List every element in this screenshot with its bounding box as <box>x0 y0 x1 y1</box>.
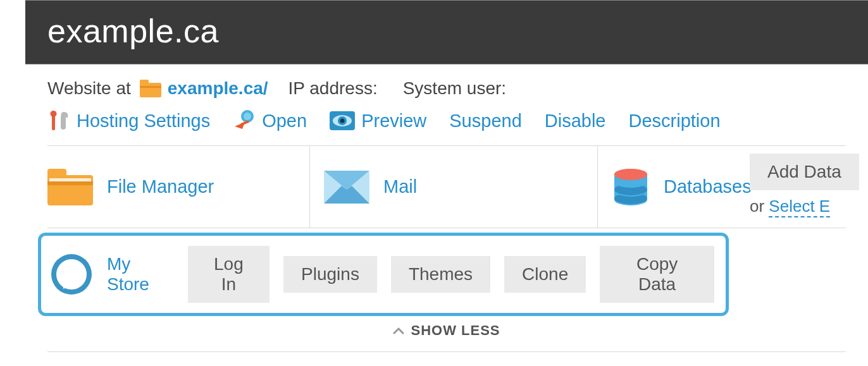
header-bar: example.ca <box>25 0 868 64</box>
website-info-row: Website at example.ca/ IP address: Syste… <box>25 64 868 106</box>
description-label: Description <box>629 111 721 131</box>
wp-login-button[interactable]: Log In <box>188 246 270 303</box>
mail-label: Mail <box>383 176 417 197</box>
wrench-icon <box>47 111 70 131</box>
open-label: Open <box>262 111 307 131</box>
page-title: example.ca <box>47 12 846 50</box>
hosting-settings-label: Hosting Settings <box>77 111 210 131</box>
website-link[interactable]: example.ca/ <box>168 78 268 99</box>
suspend-link[interactable]: Suspend <box>449 111 522 131</box>
svg-point-6 <box>244 113 251 120</box>
or-label: or <box>750 197 764 216</box>
mail-icon <box>324 171 369 204</box>
wordpress-icon <box>50 253 93 296</box>
show-less-row: SHOW LESS <box>47 316 846 352</box>
open-icon <box>233 110 256 131</box>
svg-rect-2 <box>140 86 161 88</box>
disable-label: Disable <box>545 111 606 131</box>
preview-link[interactable]: Preview <box>330 111 426 131</box>
file-manager-tile[interactable]: File Manager <box>47 146 310 228</box>
eye-icon <box>330 111 355 130</box>
svg-rect-1 <box>140 80 149 86</box>
hosting-settings-link[interactable]: Hosting Settings <box>47 111 210 131</box>
wordpress-site-name[interactable]: My Store <box>107 254 174 295</box>
databases-tile[interactable]: Databases <box>598 146 750 228</box>
file-manager-label: File Manager <box>107 176 214 197</box>
database-icon <box>612 168 650 206</box>
folder-large-icon <box>47 169 93 205</box>
show-less-label: SHOW LESS <box>411 322 500 339</box>
open-link[interactable]: Open <box>233 110 307 131</box>
wordpress-panel: My Store Log In Plugins Themes Clone Cop… <box>38 233 729 316</box>
tiles-row: File Manager Mail Databases Add Data or … <box>47 145 846 228</box>
ip-address-label: IP address: <box>288 78 378 99</box>
svg-point-23 <box>614 169 647 180</box>
svg-rect-13 <box>47 181 93 185</box>
system-user-label: System user: <box>403 78 506 99</box>
add-database-button[interactable]: Add Data <box>750 154 859 190</box>
wp-copy-data-button[interactable]: Copy Data <box>600 246 714 303</box>
wp-themes-button[interactable]: Themes <box>391 256 490 293</box>
actions-row: Hosting Settings Open Preview Suspend Di… <box>25 106 868 145</box>
databases-label: Databases <box>664 176 752 197</box>
wp-plugins-button[interactable]: Plugins <box>283 256 377 293</box>
preview-label: Preview <box>361 111 426 131</box>
disable-link[interactable]: Disable <box>545 111 606 131</box>
show-less-toggle[interactable]: SHOW LESS <box>393 322 500 339</box>
folder-icon <box>140 80 161 97</box>
mail-tile[interactable]: Mail <box>310 146 598 228</box>
website-at-label: Website at <box>47 78 131 99</box>
svg-point-10 <box>340 119 345 123</box>
wp-clone-button[interactable]: Clone <box>504 256 586 293</box>
select-existing-link[interactable]: Select E <box>769 197 830 217</box>
suspend-label: Suspend <box>449 111 522 131</box>
svg-point-4 <box>51 111 57 117</box>
database-actions: Add Data or Select E <box>750 146 868 228</box>
description-link[interactable]: Description <box>629 111 721 131</box>
svg-rect-14 <box>49 178 91 181</box>
chevron-up-icon <box>393 327 404 334</box>
